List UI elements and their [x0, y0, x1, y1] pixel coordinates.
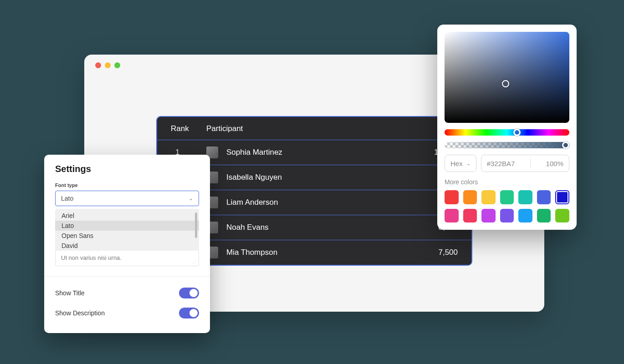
chevron-down-icon: ⌄ [466, 161, 471, 167]
font-type-label: Font type [55, 182, 199, 188]
color-swatch[interactable] [555, 190, 569, 204]
font-type-dropdown: ArielLatoOpen SansDavid Ut non varius ni… [55, 209, 199, 266]
color-swatch[interactable] [537, 190, 551, 204]
swatch-grid [445, 190, 569, 222]
font-option[interactable]: David [55, 241, 199, 251]
hex-input-group: #322BA7 100% [481, 155, 569, 172]
color-swatch[interactable] [481, 209, 496, 223]
color-swatch[interactable] [445, 209, 459, 223]
alpha-slider-thumb[interactable] [562, 142, 569, 149]
window-maximize-icon[interactable] [114, 62, 120, 68]
description-value: Ut non varius nisi urna. [61, 254, 122, 261]
window-minimize-icon[interactable] [105, 62, 111, 68]
participant-name: Isabella Nguyen [226, 173, 282, 182]
alpha-slider[interactable] [445, 142, 569, 148]
participant-name: Sophia Martinez [226, 148, 282, 157]
font-option[interactable]: Open Sans [55, 231, 199, 241]
dropdown-scrollbar[interactable] [195, 212, 197, 238]
show-title-toggle[interactable] [179, 288, 199, 298]
chevron-down-icon: ⌄ [189, 195, 193, 202]
show-description-label: Show Description [55, 309, 105, 317]
color-swatch[interactable] [481, 190, 496, 204]
saturation-value-field[interactable] [445, 32, 569, 123]
settings-panel: Settings Font type Lato ⌄ ArielLatoOpen … [44, 155, 210, 333]
sv-cursor-icon[interactable] [502, 80, 509, 87]
color-swatch[interactable] [555, 209, 569, 223]
font-type-value: Lato [61, 195, 73, 202]
leaderboard-header: Rank Participant Score [157, 117, 471, 140]
score-cell: 7,500 [412, 248, 458, 257]
color-swatch[interactable] [445, 190, 459, 204]
more-colors-label: More colors [445, 178, 569, 186]
alpha-value-input[interactable]: 100% [546, 160, 563, 167]
color-swatch[interactable] [463, 190, 477, 204]
col-header-participant: Participant [206, 124, 412, 133]
color-format-select[interactable]: Hex ⌄ [445, 155, 476, 172]
show-description-row: Show Description [55, 303, 199, 323]
color-swatch[interactable] [537, 209, 551, 223]
font-option[interactable]: Lato [55, 221, 199, 231]
participant-name: Liam Anderson [226, 198, 278, 207]
color-swatch[interactable] [518, 190, 532, 204]
hue-slider-thumb[interactable] [513, 129, 521, 136]
settings-title: Settings [55, 164, 199, 174]
color-swatch[interactable] [518, 209, 532, 223]
color-format-value: Hex [450, 160, 463, 167]
participant-name: Mia Thompson [226, 248, 277, 257]
show-title-label: Show Title [55, 289, 85, 297]
divider [44, 276, 210, 277]
participant-name: Noah Evans [226, 223, 269, 232]
show-description-toggle[interactable] [179, 308, 199, 318]
resize-handle-icon[interactable]: ⋰ [192, 259, 198, 265]
hue-slider[interactable] [445, 129, 569, 136]
col-header-rank: Rank [171, 124, 206, 133]
show-title-row: Show Title [55, 283, 199, 303]
font-option[interactable]: Ariel [55, 211, 199, 221]
hex-value-input[interactable]: #322BA7 [487, 160, 515, 167]
color-swatch[interactable] [500, 190, 514, 204]
color-picker-panel: Hex ⌄ #322BA7 100% More colors [437, 25, 577, 230]
window-close-icon[interactable] [95, 62, 101, 68]
separator [530, 159, 531, 168]
font-type-select[interactable]: Lato ⌄ [55, 191, 199, 206]
color-swatch[interactable] [500, 209, 514, 223]
description-textarea[interactable]: Ut non varius nisi urna. ⋰ [55, 251, 199, 266]
color-swatch[interactable] [463, 209, 477, 223]
